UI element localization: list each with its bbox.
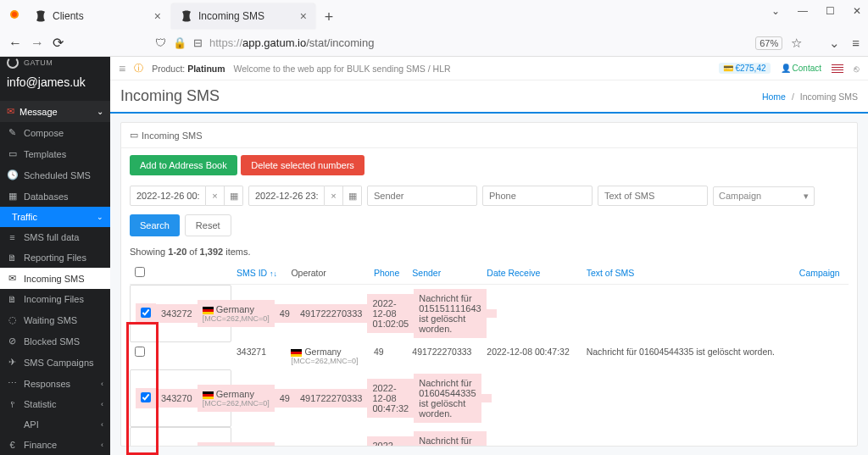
minimize-icon[interactable]: ―: [797, 5, 809, 17]
delete-selected-button[interactable]: Delete selected numbers: [241, 155, 364, 175]
nav-label: SMS Campaigns: [24, 358, 94, 368]
select-all-checkbox[interactable]: [135, 267, 145, 277]
cell-text: Nachricht für 01604544335 ist gelöscht w…: [414, 374, 481, 423]
nav-traffic-header[interactable]: Traffic ⌄: [0, 207, 110, 227]
nav-label: Traffic: [7, 212, 37, 222]
shield-icon: 🛡: [155, 36, 166, 49]
nav-label: Incoming SMS: [24, 274, 85, 284]
row-checkbox[interactable]: [141, 308, 151, 318]
address-bar[interactable]: 🛡 🔒 ⊟ https://app.gatum.io/stat/incoming: [148, 36, 747, 49]
favicon-icon: [34, 9, 47, 23]
firefox-icon: [10, 7, 19, 15]
nav-bar: ← → ⟳ 🛡 🔒 ⊟ https://app.gatum.io/stat/in…: [0, 29, 868, 57]
sidebar-item[interactable]: ✎Compose: [0, 122, 110, 143]
sidebar-item[interactable]: ▭Templates: [0, 143, 110, 164]
campaign-select[interactable]: Campaign▾: [713, 186, 815, 206]
chevron-down-icon: ⌄: [97, 107, 103, 116]
contact-link[interactable]: 👤 Contact: [781, 64, 821, 73]
sender-input[interactable]: [367, 186, 477, 206]
sidebar-item[interactable]: ✈SMS Campaigns: [0, 352, 110, 373]
calendar-icon[interactable]: ▦: [343, 186, 362, 206]
sidebar-item[interactable]: ▦Databases: [0, 186, 110, 207]
chevron-left-icon: ‹: [101, 420, 103, 429]
window-controls: ⌄ ― ☐ ✕: [770, 5, 863, 17]
row-checkbox[interactable]: [141, 392, 151, 402]
nav-label: Finance: [24, 440, 57, 450]
nav-icon: ⋯: [7, 378, 18, 389]
bookmark-icon[interactable]: ☆: [791, 36, 802, 51]
text-input[interactable]: [598, 186, 708, 206]
cell-date: 2022-12-08 00:47:32: [367, 379, 414, 418]
col-text[interactable]: Text of SMS: [581, 262, 794, 285]
favicon-icon: [180, 9, 193, 23]
flag-icon[interactable]: [832, 64, 843, 73]
nav-icon: ▭: [7, 148, 18, 159]
lock-icon: 🔒: [173, 36, 186, 49]
row-checkbox[interactable]: [135, 347, 145, 357]
col-operator[interactable]: Operator: [286, 262, 369, 285]
sidebar-item[interactable]: ⫯Statistic‹: [0, 394, 110, 414]
new-tab-button[interactable]: +: [317, 5, 341, 29]
welcome-text: Welcome to the web app for BULK sending …: [234, 64, 451, 74]
nav-icon: ✎: [7, 127, 18, 138]
close-icon[interactable]: ×: [300, 9, 307, 23]
cell-date: 2022-12-07 18:45:05: [367, 436, 414, 446]
crumb-home[interactable]: Home: [762, 92, 786, 102]
menu-icon[interactable]: ≡: [852, 36, 860, 50]
sidebar-item[interactable]: ⊘Blocked SMS: [0, 330, 110, 352]
col-date[interactable]: Date Receive: [481, 262, 581, 285]
date-from-input[interactable]: [130, 186, 206, 206]
close-icon[interactable]: ×: [154, 9, 161, 23]
col-sender[interactable]: Sender: [407, 262, 481, 285]
sidebar-item[interactable]: ≡SMS full data: [0, 227, 110, 247]
breadcrumb: Home / Incoming SMS: [762, 92, 858, 102]
sidebar-item[interactable]: €Finance‹: [0, 435, 110, 455]
calendar-icon[interactable]: ▦: [225, 186, 243, 206]
chevron-left-icon: ‹: [101, 380, 103, 388]
sidebar-item[interactable]: API‹: [0, 414, 110, 435]
tab-label: Clients: [53, 10, 84, 22]
sidebar-item[interactable]: ⋯Responses‹: [0, 373, 110, 394]
sidebar-item[interactable]: 🗎Reporting Files: [0, 247, 110, 268]
clear-icon[interactable]: ×: [325, 186, 343, 206]
panel-body: Add to Address Book Delete selected numb…: [121, 148, 857, 446]
sidebar-item[interactable]: ◌Waiting SMS: [0, 309, 110, 330]
cell-operator: Germany[MCC=262,MNC=0]: [286, 342, 369, 369]
tab-clients[interactable]: Clients ×: [25, 3, 170, 29]
col-campaign[interactable]: Campaign: [794, 262, 849, 285]
col-smsid[interactable]: SMS ID ↑↓: [231, 262, 286, 285]
filters: × ▦ × ▦ Campaign▾: [130, 186, 849, 206]
back-icon[interactable]: ←: [8, 36, 22, 51]
sidebar-item[interactable]: ✉Incoming SMS: [0, 268, 110, 289]
nav-icon: ✈: [7, 357, 18, 368]
info-icon: ⓘ: [134, 63, 143, 75]
sidebar-item[interactable]: 🕓Scheduled SMS: [0, 164, 110, 186]
nav-label: Responses: [24, 379, 70, 389]
sidebar-item[interactable]: 🗎Incoming Files: [0, 289, 110, 309]
close-window-icon[interactable]: ✕: [851, 5, 863, 17]
nav-icon: ◌: [7, 314, 18, 325]
date-to-input[interactable]: [248, 186, 325, 206]
tab-incoming-sms[interactable]: Incoming SMS ×: [171, 3, 315, 29]
nav-label: Templates: [24, 149, 66, 159]
nav-message-header[interactable]: ✉ Message ⌄: [0, 101, 110, 122]
chevron-down-icon[interactable]: ⌄: [770, 5, 782, 17]
col-phone[interactable]: Phone: [369, 262, 407, 285]
pocket-icon[interactable]: ⌄: [829, 36, 840, 51]
search-button[interactable]: Search: [130, 214, 180, 236]
balance-badge[interactable]: 💳 €275,42: [719, 63, 771, 74]
clear-icon[interactable]: ×: [206, 186, 225, 206]
menu-icon[interactable]: ≡: [119, 62, 125, 75]
nav-label: Reporting Files: [24, 252, 86, 263]
phone-input[interactable]: [482, 186, 593, 206]
page-title: Incoming SMS: [120, 87, 220, 105]
crumb-current: Incoming SMS: [800, 92, 858, 102]
reload-icon[interactable]: ⟳: [53, 35, 64, 51]
zoom-level[interactable]: 67%: [755, 36, 782, 50]
logout-icon[interactable]: ⎋: [854, 64, 860, 74]
forward-icon[interactable]: →: [31, 36, 44, 51]
product-label: Product: Platinum: [152, 64, 225, 74]
reset-button[interactable]: Reset: [185, 214, 231, 236]
maximize-icon[interactable]: ☐: [824, 5, 836, 17]
add-address-book-button[interactable]: Add to Address Book: [130, 155, 237, 175]
